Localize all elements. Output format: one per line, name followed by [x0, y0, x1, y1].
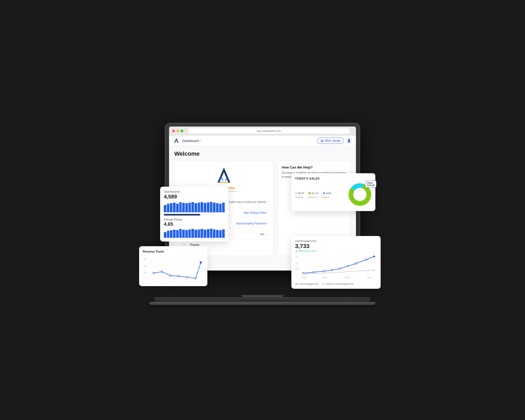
- avg-bar: [179, 229, 182, 238]
- user-avatar[interactable]: 👤: [346, 138, 352, 144]
- laptop-notch: [242, 295, 284, 297]
- avg-bar: [195, 230, 197, 238]
- avg-bar: [191, 229, 194, 238]
- legend-ticketed: $0.00: [295, 192, 304, 195]
- avg-bar: [164, 232, 166, 238]
- svg-text:Aug 6: Aug 6: [302, 276, 306, 279]
- svg-point-17: [161, 271, 163, 272]
- avg-bar: [176, 230, 179, 238]
- clicks-value: 3,733: [295, 243, 377, 250]
- svg-point-41: [374, 270, 375, 271]
- minimize-dot[interactable]: [176, 130, 179, 132]
- donut-tooltip: Value: 1124.25: [365, 181, 376, 187]
- review-bar: [204, 203, 206, 212]
- review-bar: [188, 203, 191, 212]
- review-bar: [182, 203, 185, 212]
- clicks-chart: 1k 400 200 0 Aug 6: [295, 254, 377, 281]
- svg-point-35: [339, 268, 341, 269]
- review-bar: [185, 203, 188, 212]
- avg-bar: [207, 229, 209, 238]
- avg-bar: [222, 229, 225, 238]
- website-action[interactable]: A better way to build your website ›: [227, 201, 268, 203]
- page-title: Welcome: [174, 150, 351, 157]
- client-selector-button[interactable]: ▤ BRIC Media: [318, 138, 343, 144]
- svg-point-21: [195, 277, 196, 279]
- sales-card: TODAY'S SALES $0.00 $1,124 $285: [291, 173, 375, 211]
- svg-text:20k: 20k: [144, 265, 147, 267]
- review-bar: [216, 203, 219, 212]
- legend-checkedin: $1,124: [308, 192, 319, 195]
- avg-bar: [201, 229, 203, 238]
- clicks-legend-previous: Previous Clicks/Engagements: [326, 283, 354, 285]
- reviews-bar-chart: [164, 202, 225, 212]
- browser-chrome: app.marketing360.com: [169, 127, 356, 135]
- review-bar: [201, 202, 203, 212]
- review-bar: [179, 202, 182, 212]
- maximize-dot[interactable]: [181, 130, 183, 132]
- svg-point-18: [170, 275, 171, 276]
- svg-point-16: [153, 272, 154, 274]
- avg-bar: [173, 230, 176, 238]
- app-logo-icon: [173, 138, 180, 144]
- review-bar: [167, 204, 170, 212]
- svg-point-33: [323, 270, 325, 272]
- svg-text:1k: 1k: [295, 256, 297, 258]
- avg-bar: [210, 229, 213, 238]
- revenue-chart: 30k 20k 10k: [143, 255, 204, 281]
- svg-text:200: 200: [295, 268, 298, 270]
- svg-text:10k: 10k: [144, 271, 147, 273]
- reviews-count: 4,589: [164, 194, 225, 200]
- review-bar: [176, 204, 179, 212]
- svg-text:0: 0: [295, 274, 296, 276]
- svg-text:Aug 8: Aug 8: [322, 276, 327, 279]
- svg-point-19: [178, 275, 180, 277]
- reviews-label: Total Reviews: [164, 190, 225, 193]
- review-bar: [173, 203, 176, 212]
- shopapp-action[interactable]: Start Selling Online ›: [244, 211, 268, 214]
- avg-bar: [182, 230, 185, 238]
- avg-bar: [185, 230, 188, 238]
- svg-point-37: [355, 263, 356, 264]
- sales-sublabels: Ticketed Checked In Booked: [295, 196, 345, 198]
- url-bar[interactable]: app.marketing360.com: [188, 128, 350, 134]
- svg-point-32: [313, 271, 314, 273]
- svg-text:400: 400: [295, 263, 298, 265]
- avg-bar: [204, 230, 206, 238]
- avg-bar: [170, 230, 172, 238]
- review-bar: [213, 203, 216, 212]
- reviews-progress: [164, 214, 200, 216]
- review-bar: [219, 204, 222, 212]
- help-title: How Can We Help?: [282, 165, 346, 169]
- revenue-card: Revenue Trend 30k 20k 10k: [139, 246, 207, 286]
- payments-action[interactable]: Start Accepting Payments ›: [236, 222, 268, 225]
- avg-bar: [167, 231, 170, 238]
- svg-rect-5: [217, 182, 231, 183]
- sales-legend: $0.00 $1,124 $285: [295, 192, 345, 195]
- clicks-legend: Clicks/Engagements Previous Clicks/Engag…: [295, 283, 377, 285]
- sales-title: TODAY'S SALES: [295, 177, 372, 180]
- close-dot[interactable]: [172, 130, 175, 132]
- reviews-card: Total Reviews 4,589 Average Rating 4.65: [160, 187, 228, 242]
- avg-rating-label: Average Rating: [164, 218, 225, 221]
- clicks-growth: ▲ 204% from 1,227: [295, 250, 377, 252]
- svg-point-38: [365, 259, 367, 260]
- legend-booked: $285: [323, 192, 331, 195]
- laptop-bottom: [150, 302, 375, 305]
- avg-bar-chart: [164, 229, 225, 238]
- avg-bar: [216, 230, 219, 238]
- svg-point-22: [200, 262, 202, 264]
- svg-point-40: [303, 273, 304, 275]
- review-bar: [191, 202, 194, 212]
- laptop-base: [155, 297, 370, 302]
- avg-bar: [213, 229, 216, 238]
- top-nav: Dashboard ▾ ▤ BRIC Media 👤: [169, 135, 356, 146]
- dashboard-dropdown[interactable]: Dashboard ▾: [182, 139, 201, 143]
- company-logo-icon: [213, 166, 234, 185]
- svg-text:Aug 12: Aug 12: [367, 276, 373, 279]
- revenue-title: Revenue Trend: [143, 250, 204, 253]
- review-bar: [210, 202, 213, 212]
- crm-action[interactable]: Ma... ›: [260, 233, 268, 236]
- review-bar: [198, 203, 200, 212]
- svg-point-39: [373, 256, 375, 258]
- review-bar: [170, 203, 172, 212]
